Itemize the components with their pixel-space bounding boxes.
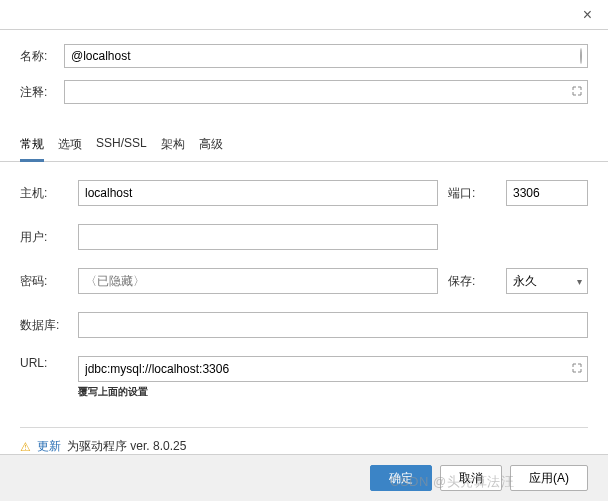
name-label: 名称: <box>20 48 64 65</box>
url-label: URL: <box>20 356 68 370</box>
port-input[interactable] <box>506 180 588 206</box>
titlebar: × <box>0 0 608 30</box>
host-input[interactable] <box>78 180 438 206</box>
main-panel: 主机: 端口: 用户: 密码: 保存: ▾ 数据库: URL: 覆写上面的设置 <box>0 162 608 427</box>
tab-ssh-ssl[interactable]: SSH/SSL <box>96 130 147 161</box>
user-label: 用户: <box>20 229 68 246</box>
database-input[interactable] <box>78 312 588 338</box>
ok-button[interactable]: 确定 <box>370 465 432 491</box>
warning-icon: ⚠ <box>20 440 31 454</box>
save-select[interactable] <box>506 268 588 294</box>
name-input[interactable] <box>64 44 588 68</box>
port-label: 端口: <box>448 185 496 202</box>
tab-general[interactable]: 常规 <box>20 130 44 161</box>
close-icon[interactable]: × <box>577 6 598 24</box>
password-label: 密码: <box>20 273 68 290</box>
url-hint: 覆写上面的设置 <box>78 385 588 399</box>
update-link[interactable]: 更新 <box>37 438 61 455</box>
button-bar: 确定 取消 应用(A) <box>0 454 608 501</box>
cancel-button[interactable]: 取消 <box>440 465 502 491</box>
database-label: 数据库: <box>20 317 68 334</box>
tab-schema[interactable]: 架构 <box>161 130 185 161</box>
tab-bar: 常规 选项 SSH/SSL 架构 高级 <box>0 126 608 162</box>
save-label: 保存: <box>448 273 496 290</box>
user-input[interactable] <box>78 224 438 250</box>
comment-input[interactable] <box>64 80 588 104</box>
apply-button[interactable]: 应用(A) <box>510 465 588 491</box>
url-input[interactable] <box>78 356 588 382</box>
header-section: 名称: 注释: <box>0 30 608 126</box>
host-label: 主机: <box>20 185 68 202</box>
tab-options[interactable]: 选项 <box>58 130 82 161</box>
update-text: 为驱动程序 ver. 8.0.25 <box>67 438 186 455</box>
comment-label: 注释: <box>20 84 64 101</box>
tab-advanced[interactable]: 高级 <box>199 130 223 161</box>
password-input[interactable] <box>78 268 438 294</box>
